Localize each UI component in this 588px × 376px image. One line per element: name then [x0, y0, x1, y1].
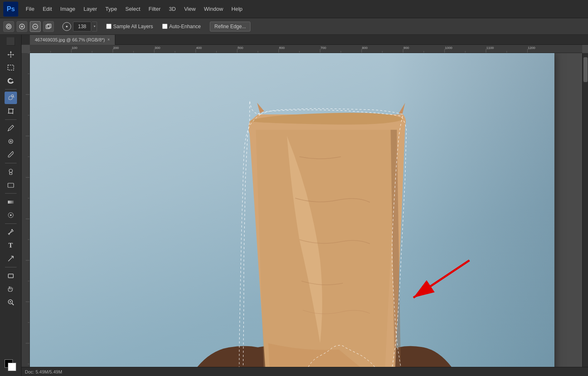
tab-bar: 467469035.jpg @ 66.7% (RGB/8*) × [22, 35, 588, 45]
brush-size-dropdown[interactable]: ▾ [92, 22, 97, 32]
menu-layer[interactable]: Layer [80, 4, 102, 14]
canvas-image-svg [30, 53, 554, 367]
brush-size-input[interactable] [73, 22, 91, 32]
canvas-area: 100 200 300 400 500 600 700 [22, 45, 588, 367]
svg-text:400: 400 [196, 46, 202, 50]
scrollbar-thumb-v[interactable] [583, 57, 588, 82]
svg-text:100: 100 [72, 46, 78, 50]
toolbar-separator-6 [5, 267, 17, 267]
image-canvas [30, 53, 554, 367]
zoom-tool-button[interactable] [5, 296, 17, 308]
brush-size-container: ▾ [61, 21, 97, 32]
menu-bar: Ps File Edit Image Layer Type Select Fil… [0, 0, 588, 18]
move-tool-button[interactable] [5, 48, 17, 61]
ruler-top: 100 200 300 400 500 600 700 [30, 45, 582, 53]
tool-mode-add[interactable] [17, 21, 27, 32]
blur-tool-button[interactable] [5, 209, 17, 221]
eyedropper-tool-button[interactable] [5, 122, 17, 134]
sample-all-layers-label[interactable]: Sample All Layers [106, 24, 153, 29]
fg-bg-colors[interactable] [5, 359, 17, 372]
hand-tool-button[interactable] [5, 283, 17, 295]
toolbar-separator-2 [5, 119, 17, 120]
svg-point-0 [6, 24, 11, 29]
svg-line-31 [12, 303, 14, 305]
refine-edge-button[interactable]: Refine Edge... [210, 22, 250, 32]
toolbar-separator-1 [5, 89, 17, 90]
svg-rect-11 [8, 65, 14, 70]
svg-point-28 [11, 229, 12, 230]
toolbar-separator-5 [5, 223, 17, 224]
menu-view[interactable]: View [180, 4, 200, 14]
svg-rect-25 [8, 201, 14, 204]
gradient-tool-button[interactable] [5, 196, 17, 208]
svg-rect-29 [8, 274, 13, 278]
svg-point-10 [66, 26, 68, 27]
svg-text:300: 300 [155, 46, 160, 50]
menu-type[interactable]: Type [101, 4, 121, 14]
svg-line-18 [8, 130, 9, 131]
svg-rect-72 [22, 53, 30, 367]
svg-point-27 [10, 214, 12, 216]
menu-filter[interactable]: Filter [144, 4, 165, 14]
svg-text:1000: 1000 [445, 46, 452, 50]
menu-file[interactable]: File [22, 4, 39, 14]
toolbar-separator-3 [5, 163, 17, 163]
ps-logo: Ps [3, 2, 18, 17]
brush-tool-button[interactable] [5, 148, 17, 161]
tool-mode-new[interactable] [3, 21, 14, 32]
svg-text:900: 900 [403, 46, 409, 50]
lasso-tool-button[interactable] [5, 75, 17, 87]
svg-rect-23 [10, 172, 12, 175]
sample-all-layers-checkbox[interactable] [106, 24, 112, 29]
svg-point-1 [7, 25, 10, 28]
clone-tool-button[interactable] [5, 165, 17, 178]
menu-3d[interactable]: 3D [165, 4, 180, 14]
options-bar: ▾ Sample All Layers Auto-Enhance Refine … [0, 18, 588, 35]
ruler-left-svg [22, 53, 30, 367]
ruler-top-corner [22, 35, 30, 45]
brush-preview-icon [61, 21, 72, 32]
scrollbar-vertical[interactable] [582, 53, 588, 367]
menu-select[interactable]: Select [121, 4, 144, 14]
canvas-viewport [30, 53, 582, 367]
svg-text:1200: 1200 [528, 46, 535, 50]
ruler-top-svg: 100 200 300 400 500 600 700 [30, 45, 582, 53]
tool-mode-subtract[interactable] [30, 21, 41, 32]
ruler-left [22, 53, 30, 367]
menu-image[interactable]: Image [56, 4, 79, 14]
crop-tool-button[interactable] [5, 105, 17, 117]
status-bar: Doc: 5.49M/5.49M [22, 367, 588, 376]
svg-text:800: 800 [362, 46, 368, 50]
svg-text:600: 600 [279, 46, 285, 50]
type-tool-button[interactable]: T [5, 239, 17, 252]
svg-point-22 [9, 169, 12, 172]
main-area: T 467469035.jpg @ 66.7% (RGB/8*) [0, 35, 588, 376]
tool-mode-intersect[interactable] [43, 21, 54, 32]
eraser-tool-button[interactable] [5, 179, 17, 191]
svg-text:1100: 1100 [486, 46, 494, 50]
menu-edit[interactable]: Edit [39, 4, 56, 14]
auto-enhance-checkbox[interactable] [162, 24, 168, 29]
menu-help[interactable]: Help [227, 4, 247, 14]
marquee-tool-button[interactable] [5, 61, 17, 74]
type-icon: T [8, 242, 13, 249]
tab-close-button[interactable]: × [107, 37, 110, 42]
svg-line-13 [13, 97, 14, 97]
auto-enhance-label[interactable]: Auto-Enhance [162, 24, 201, 29]
shape-tool-button[interactable] [5, 269, 17, 282]
menu-window[interactable]: Window [200, 4, 227, 14]
svg-text:200: 200 [113, 46, 119, 50]
path-select-button[interactable] [5, 252, 17, 265]
svg-point-12 [11, 95, 13, 97]
canvas-panel: 467469035.jpg @ 66.7% (RGB/8*) × 100 200 [22, 35, 588, 376]
quick-select-tool-button[interactable] [5, 92, 17, 104]
spot-heal-button[interactable] [5, 135, 17, 148]
toolbar: T [0, 35, 22, 376]
pen-tool-button[interactable] [5, 226, 17, 238]
status-doc-info: Doc: 5.49M/5.49M [25, 369, 62, 374]
tab-filename: 467469035.jpg @ 66.7% (RGB/8*) [35, 37, 105, 42]
svg-text:700: 700 [321, 46, 326, 50]
file-tab[interactable]: 467469035.jpg @ 66.7% (RGB/8*) × [30, 35, 115, 45]
svg-text:500: 500 [238, 46, 243, 50]
svg-rect-24 [8, 183, 14, 187]
